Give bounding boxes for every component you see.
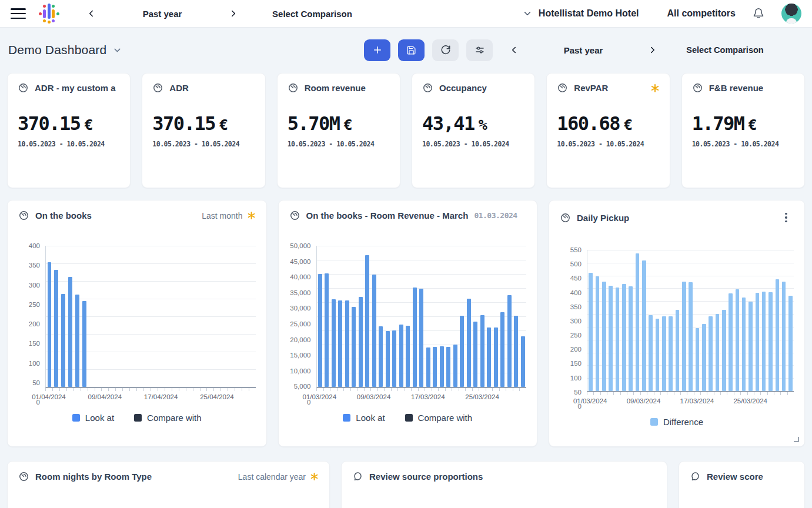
save-dashboard-button[interactable] bbox=[398, 39, 425, 61]
bar bbox=[596, 276, 600, 391]
kpi-unit: € bbox=[624, 116, 633, 133]
y-axis-label: 250 bbox=[570, 332, 582, 339]
legend-item[interactable]: Compare with bbox=[405, 413, 473, 423]
legend-item[interactable]: Look at bbox=[72, 413, 114, 423]
dashboard-header-row: Demo Dashboard Past year bbox=[0, 38, 812, 62]
kpi-value: 370.15 bbox=[18, 112, 81, 135]
gauge-icon bbox=[18, 471, 29, 482]
gauge-icon bbox=[422, 82, 433, 93]
kpi-date-range: 10.05.2023 - 10.05.2024 bbox=[422, 140, 524, 148]
resize-handle[interactable] bbox=[794, 437, 799, 442]
legend-item[interactable]: Difference bbox=[650, 417, 703, 427]
starred-asterisk-icon bbox=[247, 211, 256, 220]
bar bbox=[722, 310, 726, 391]
bar bbox=[616, 288, 620, 391]
gauge-icon bbox=[288, 82, 299, 93]
y-axis-label: 550 bbox=[570, 246, 582, 253]
legend-item[interactable]: Look at bbox=[343, 413, 385, 423]
x-axis-label: 25/04/2024 bbox=[200, 393, 234, 400]
y-axis-label: 100 bbox=[29, 360, 40, 367]
kpi-value: 43,41 bbox=[422, 112, 474, 135]
chevron-left-icon[interactable] bbox=[505, 41, 523, 59]
gauge-icon bbox=[18, 82, 29, 93]
add-widget-button[interactable] bbox=[364, 39, 390, 61]
y-axis-label: 400 bbox=[570, 289, 582, 296]
y-axis-label: 40,000 bbox=[290, 273, 310, 280]
competitor-set-selector[interactable]: All competitors bbox=[667, 8, 736, 19]
gauge-icon bbox=[152, 82, 163, 93]
y-axis: 050100150200250300350400 bbox=[18, 246, 45, 402]
chart-title: Room nights by Room Type bbox=[35, 472, 152, 482]
notifications-bell-icon[interactable] bbox=[748, 4, 768, 24]
y-axis-label: 300 bbox=[570, 317, 582, 325]
y-axis: 050100150200250300350400450500550 bbox=[560, 250, 587, 406]
comparison-selector[interactable]: Select Comparison bbox=[242, 9, 382, 19]
bar bbox=[406, 326, 410, 387]
bar bbox=[629, 286, 633, 391]
bar bbox=[338, 300, 342, 387]
bar bbox=[514, 316, 518, 387]
x-axis-ticks bbox=[316, 388, 527, 391]
dashboard-comparison-selector[interactable]: Select Comparison bbox=[661, 45, 788, 55]
more-options-kebab-icon[interactable] bbox=[778, 210, 794, 225]
bar bbox=[507, 295, 512, 387]
kpi-date-range: 10.05.2023 - 10.05.2024 bbox=[152, 140, 255, 148]
bar bbox=[386, 331, 390, 387]
y-axis-label: 400 bbox=[29, 242, 40, 249]
kpi-card-room-revenue: Room revenue 5.70M€ 10.05.2023 - 10.05.2… bbox=[277, 73, 400, 188]
hotel-selector[interactable]: Hotellistat Demo Hotel bbox=[522, 8, 639, 19]
bar bbox=[782, 282, 786, 391]
chevron-left-icon[interactable] bbox=[82, 5, 100, 22]
x-axis-labels: 01/04/202409/04/202417/04/202425/04/2024 bbox=[45, 393, 256, 402]
chart-title: Review source proportions bbox=[369, 472, 483, 482]
x-axis-label: 01/03/2024 bbox=[573, 397, 607, 405]
save-icon bbox=[406, 45, 416, 55]
y-axis-label: 150 bbox=[29, 340, 40, 347]
dashboard-title-dropdown[interactable]: Demo Dashboard bbox=[8, 43, 364, 57]
bar bbox=[372, 275, 376, 387]
bar bbox=[689, 282, 693, 391]
bar bbox=[762, 292, 766, 391]
legend-item[interactable]: Compare with bbox=[134, 413, 202, 423]
starred-asterisk-icon bbox=[310, 472, 319, 481]
page-title: Demo Dashboard bbox=[8, 43, 106, 57]
filters-sliders-button[interactable] bbox=[466, 39, 493, 61]
hamburger-menu-icon[interactable] bbox=[11, 8, 26, 19]
chevron-down-icon bbox=[112, 45, 122, 55]
x-axis-ticks bbox=[45, 388, 256, 391]
y-axis: 05,00010,00015,00020,00025,00030,00035,0… bbox=[289, 246, 316, 402]
plot-area bbox=[45, 246, 256, 388]
bar bbox=[696, 328, 700, 391]
x-axis-label: 09/03/2024 bbox=[357, 393, 391, 400]
chevron-right-icon[interactable] bbox=[644, 41, 661, 59]
kpi-value: 5.70M bbox=[288, 112, 340, 135]
bar bbox=[729, 293, 733, 391]
kpi-card-adr-custom: ADR - my custom a 370.15€ 10.05.2023 - 1… bbox=[7, 73, 131, 188]
bar bbox=[365, 255, 369, 387]
bar bbox=[473, 322, 477, 387]
refresh-button[interactable] bbox=[432, 39, 459, 61]
kpi-date-range: 10.05.2023 - 10.05.2024 bbox=[288, 140, 390, 148]
gauge-icon bbox=[560, 212, 571, 223]
bar bbox=[413, 288, 417, 387]
chart-period-label: Last calendar year bbox=[238, 472, 306, 482]
chevron-right-icon[interactable] bbox=[225, 5, 242, 22]
top-bar: Past year Select Comparison Hotellistat … bbox=[0, 0, 812, 28]
x-axis-label: 17/04/2024 bbox=[144, 393, 178, 400]
dashboard-period-selector[interactable]: Past year bbox=[523, 45, 644, 55]
bar bbox=[682, 282, 686, 391]
kpi-card-revpar: RevPAR 160.68€ 10.05.2023 - 10.05.2024 bbox=[546, 73, 670, 188]
y-axis-label: 200 bbox=[29, 320, 40, 327]
bar bbox=[716, 314, 720, 391]
period-selector[interactable]: Past year bbox=[100, 9, 225, 19]
kpi-unit: € bbox=[343, 116, 352, 133]
bar bbox=[742, 298, 746, 391]
kpi-title: Occupancy bbox=[439, 83, 487, 93]
chart-card-on-the-books: On the books Last month 0501001502002503… bbox=[7, 200, 267, 447]
bar bbox=[352, 307, 356, 387]
bar bbox=[788, 296, 793, 391]
kpi-title: F&B revenue bbox=[709, 83, 764, 93]
dashboard-period-navigator: Past year Select Comparison bbox=[505, 41, 804, 59]
bar bbox=[589, 273, 593, 391]
user-avatar[interactable] bbox=[781, 4, 801, 24]
